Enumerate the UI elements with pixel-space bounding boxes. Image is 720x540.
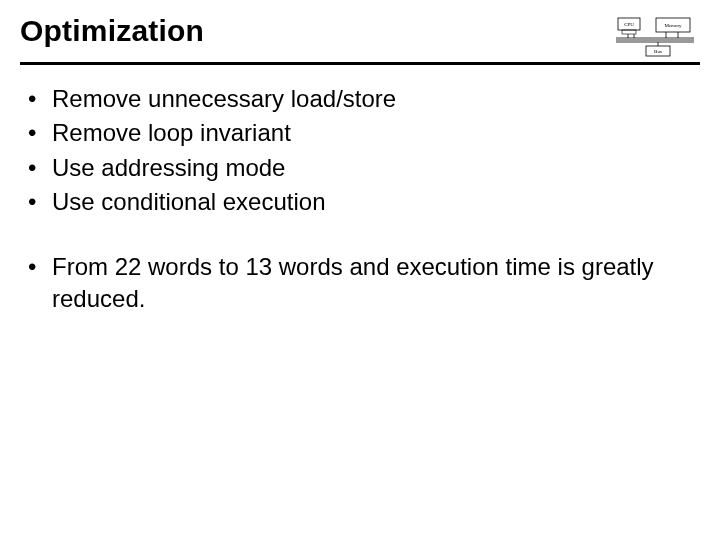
title-divider xyxy=(20,62,700,65)
list-item: Remove loop invariant xyxy=(26,117,700,149)
architecture-diagram-icon: CPU Memory Bus xyxy=(616,16,694,60)
list-item: Use conditional execution xyxy=(26,186,700,218)
list-item: Use addressing mode xyxy=(26,152,700,184)
bullets-group-1: Remove unnecessary load/store Remove loo… xyxy=(20,83,700,219)
bullets-group-2: From 22 words to 13 words and execution … xyxy=(20,251,700,316)
list-item: Remove unnecessary load/store xyxy=(26,83,700,115)
title-row: Optimization CPU Memory Bus xyxy=(20,14,700,60)
list-item: From 22 words to 13 words and execution … xyxy=(26,251,700,316)
slide-optimization: Optimization CPU Memory Bus Re xyxy=(0,0,720,540)
svg-rect-1 xyxy=(622,30,636,34)
spacer xyxy=(20,221,700,249)
diagram-cpu-label: CPU xyxy=(624,22,634,27)
diagram-memory-label: Memory xyxy=(664,23,682,28)
page-title: Optimization xyxy=(20,14,204,56)
diagram-bus-label: Bus xyxy=(654,49,662,54)
